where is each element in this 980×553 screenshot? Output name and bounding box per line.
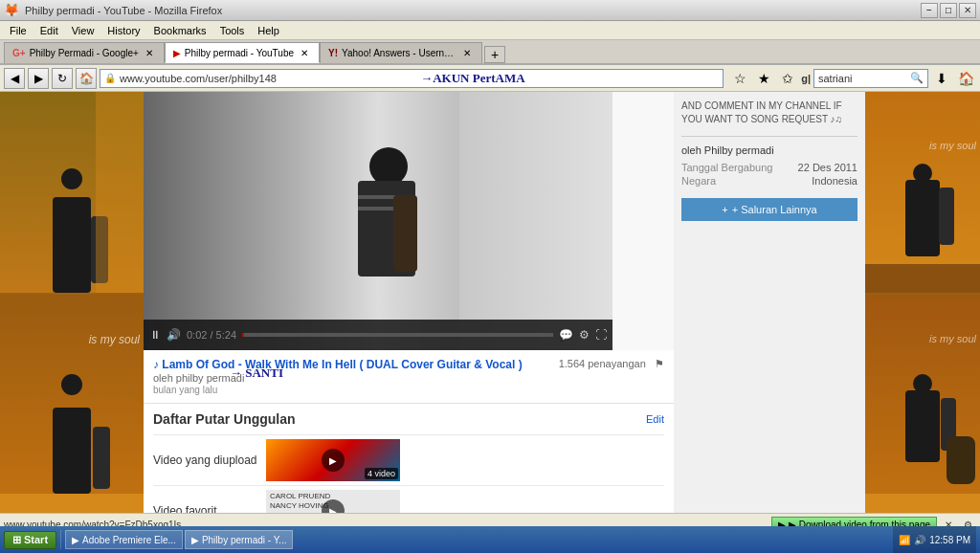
taskbar-adobe-icon: ▶ <box>72 535 79 545</box>
video-ctrl-icons: 💬 ⚙ ⛶ <box>559 328 607 342</box>
far-guitar <box>939 188 954 245</box>
tab-close-google[interactable]: ✕ <box>143 47 156 60</box>
body-silhouette-2 <box>53 408 91 494</box>
tab-google-plus[interactable]: G+ Philby Permadi - Google+ ✕ <box>4 42 165 63</box>
tab-favicon-yahoo: Y! <box>328 48 338 58</box>
home-button[interactable]: 🏠 <box>76 68 97 89</box>
volume-icon[interactable]: 🔊 <box>167 328 181 342</box>
start-label: Start <box>24 534 48 545</box>
taskbar-sep-1 <box>60 530 61 549</box>
video-scene <box>144 92 612 350</box>
time-display: 0:02 / 5:24 <box>187 329 236 341</box>
captions-button[interactable]: 💬 <box>559 328 573 342</box>
soul-text-top-right: is my soul <box>929 140 976 151</box>
forward-button[interactable]: ▶ <box>28 68 49 89</box>
far-instrument <box>947 436 975 484</box>
annotation-santi: → SANTI <box>230 365 283 381</box>
titlebar-left: 🦊 Philby permadi - YouTube - Mozilla Fir… <box>4 3 222 17</box>
far-right-sidebar: is my soul is my soul <box>865 92 980 513</box>
search-text: satriani <box>818 73 852 84</box>
body-silhouette <box>53 197 91 293</box>
playlist-item-favorites: Video favorit CAROL PRUEND NANCY HOVING … <box>153 485 664 513</box>
video-title[interactable]: ♪ Lamb Of God - Walk With Me In Hell ( D… <box>153 358 549 371</box>
minimize-button[interactable]: − <box>921 3 938 18</box>
tab-close-yahoo[interactable]: ✕ <box>460 47 474 60</box>
soul-text-bottom-right: is my soul <box>929 333 976 344</box>
video-person <box>331 147 446 320</box>
thumb-play-icon[interactable]: ▶ <box>322 449 345 472</box>
menu-edit[interactable]: Edit <box>34 23 64 38</box>
home-icon-2[interactable]: 🏠 <box>955 68 976 89</box>
start-button[interactable]: ⊞ Start <box>4 531 56 549</box>
menu-history[interactable]: History <box>101 23 145 38</box>
rss-icon: ☆ <box>729 68 750 89</box>
country-label: Negara <box>681 175 716 187</box>
channel-btn-label: + Saluran Lainnya <box>732 204 817 215</box>
thumb-badge-uploads: 4 video <box>365 468 398 479</box>
browser-content: is my soul <box>0 92 980 513</box>
far-right-bg-top <box>865 92 980 293</box>
channel-meta: oleh Philby permadi Tanggal Bergabung 22… <box>681 144 858 187</box>
menu-tools[interactable]: Tools <box>214 23 251 38</box>
video-player[interactable]: ⏸ 🔊 0:02 / 5:24 💬 ⚙ ⛶ <box>144 92 612 350</box>
maximize-button[interactable]: □ <box>940 3 957 18</box>
tray-network-icon: 📶 <box>899 535 910 545</box>
country-row: Negara Indonesia <box>681 175 858 187</box>
tab-close-youtube[interactable]: ✕ <box>298 46 311 59</box>
video-content <box>144 92 612 350</box>
thumb-uploads[interactable]: ▶ 4 video <box>266 439 400 481</box>
playlist-section: Daftar Putar Unggulan Edit Video yang di… <box>144 404 674 513</box>
plus-icon: + <box>722 204 727 215</box>
yt-main-content: ⏸ 🔊 0:02 / 5:24 💬 ⚙ ⛶ ♪ Lam <box>144 92 674 513</box>
video-guitar <box>393 195 417 272</box>
lock-icon: 🔒 <box>104 73 116 83</box>
refresh-button[interactable]: ↻ <box>52 68 73 89</box>
menu-bar: File Edit View History Bookmarks Tools H… <box>0 21 980 40</box>
search-icon[interactable]: 🔍 <box>910 72 924 84</box>
tray-time: 12:58 PM <box>929 535 970 545</box>
far-right-bg-bottom <box>865 295 980 494</box>
window-controls[interactable]: − □ ✕ <box>921 3 976 18</box>
thumb-favorites[interactable]: CAROL PRUEND NANCY HOVING JON SMAIL JEF … <box>266 490 400 513</box>
country-value: Indonesia <box>812 175 858 187</box>
fullscreen-button[interactable]: ⛶ <box>595 328 607 342</box>
start-icon: ⊞ <box>12 534 21 546</box>
tab-favicon-youtube: ▶ <box>173 48 181 58</box>
nav-bar: ◀ ▶ ↻ 🏠 🔒 www.youtube.com/user/philby148… <box>0 65 980 92</box>
video-views: 1.564 penayangan ⚑ <box>559 358 664 370</box>
menu-help[interactable]: Help <box>252 23 285 38</box>
address-bar[interactable]: 🔒 www.youtube.com/user/philby148 <box>100 69 724 88</box>
far-body-2 <box>905 390 940 462</box>
tab-youtube[interactable]: ▶ Philby permadi - YouTube ✕ <box>165 42 320 63</box>
soul-text-bottom: is my soul <box>89 333 140 346</box>
far-table <box>865 264 980 293</box>
taskbar-youtube[interactable]: ▶ Philby permadi - Y... <box>185 530 294 549</box>
tab-favicon-google: G+ <box>12 48 26 58</box>
channel-owner: oleh Philby permadi <box>681 144 858 156</box>
sidebar-bg-top <box>0 92 144 293</box>
guitarist-figure-bottom <box>33 360 110 494</box>
flag-icon[interactable]: ⚑ <box>655 358 664 369</box>
back-button[interactable]: ◀ <box>4 68 25 89</box>
tab-yahoo[interactable]: Y! Yahoo! Answers - Username youtube bis… <box>320 42 482 63</box>
current-time: 0:02 <box>187 329 207 341</box>
sidebar-bg-bottom <box>0 295 144 494</box>
search-bar[interactable]: satriani 🔍 <box>813 69 928 88</box>
download-icon[interactable]: ⬇ <box>931 68 952 89</box>
bookmark-icon: ✩ <box>777 68 798 89</box>
new-tab-button[interactable]: + <box>484 46 505 63</box>
tab-label-youtube: Philby permadi - YouTube <box>185 48 294 58</box>
progress-bar[interactable] <box>242 333 553 337</box>
menu-view[interactable]: View <box>66 23 100 38</box>
playlist-edit-btn[interactable]: Edit <box>646 413 664 425</box>
item-label-uploads: Video yang diupload <box>153 453 258 467</box>
tab-bar: G+ Philby Permadi - Google+ ✕ ▶ Philby p… <box>0 40 980 65</box>
channel-more-button[interactable]: + + Saluran Lainnya <box>681 198 858 221</box>
taskbar-adobe[interactable]: ▶ Adobe Premiere Ele... <box>65 530 183 549</box>
menu-bookmarks[interactable]: Bookmarks <box>148 23 212 38</box>
pause-button[interactable]: ⏸ <box>149 328 161 342</box>
menu-file[interactable]: File <box>4 23 33 38</box>
close-button[interactable]: ✕ <box>959 3 976 18</box>
left-sidebar-bottom: is my soul <box>0 293 144 494</box>
settings-button[interactable]: ⚙ <box>579 328 590 342</box>
